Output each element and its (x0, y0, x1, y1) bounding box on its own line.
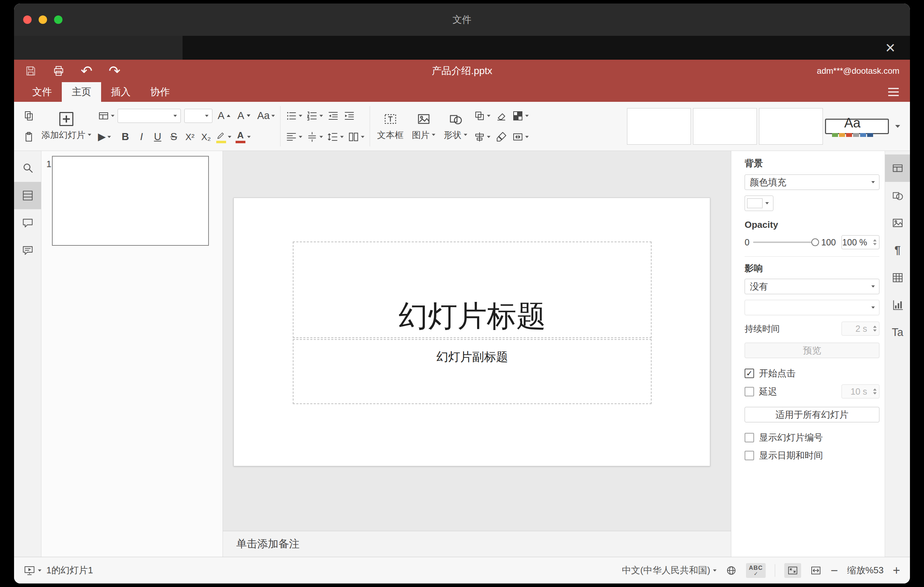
copy-icon[interactable] (21, 108, 36, 124)
macos-minimize-button[interactable] (39, 15, 47, 24)
theme-item[interactable] (759, 108, 823, 145)
insert-shape-button[interactable]: 形状 (439, 106, 472, 147)
insert-image-button[interactable]: 图片 (408, 106, 439, 147)
align-shapes-button[interactable] (472, 129, 492, 145)
superscript-button[interactable]: X² (182, 129, 198, 145)
paragraph-settings-button[interactable]: ¶ (885, 237, 910, 264)
search-panel-button[interactable] (14, 155, 41, 182)
close-icon[interactable]: × (885, 39, 895, 56)
textbox-label: 文本框 (377, 129, 403, 141)
slide[interactable]: 幻灯片标题 幻灯片副标题 (233, 198, 710, 466)
decrease-font-size-button[interactable]: A (236, 108, 252, 124)
arrange-shapes-button[interactable] (472, 108, 492, 124)
background-fill-select[interactable]: 颜色填充 (744, 175, 879, 190)
decrease-indent-button[interactable] (325, 108, 341, 124)
add-slide-button[interactable]: 添加幻灯片 (37, 106, 96, 147)
numbering-button[interactable] (305, 108, 325, 124)
opacity-slider[interactable] (753, 242, 818, 243)
shape-settings-button[interactable] (885, 182, 910, 209)
theme-item[interactable] (693, 108, 757, 145)
slide-settings-button[interactable] (885, 155, 910, 182)
highlight-color-button[interactable] (214, 129, 233, 145)
fit-to-slide-button[interactable] (784, 563, 801, 578)
stepper-arrows[interactable] (873, 239, 876, 246)
print-icon[interactable] (53, 65, 64, 77)
duration-spinner[interactable]: 2 s (842, 322, 879, 336)
macos-close-button[interactable] (23, 15, 31, 24)
tab-file[interactable]: 文件 (23, 82, 62, 102)
tab-home[interactable]: 主页 (62, 82, 101, 102)
underline-button[interactable]: U (150, 129, 165, 145)
image-settings-button[interactable] (885, 209, 910, 237)
title-placeholder[interactable]: 幻灯片标题 (293, 242, 652, 338)
start-slideshow-button[interactable]: ▶ (96, 129, 113, 145)
macos-zoom-button[interactable] (54, 15, 63, 24)
tab-collaboration[interactable]: 协作 (140, 82, 180, 102)
theme-item-selected[interactable]: Aa (825, 119, 889, 134)
font-name-select[interactable] (117, 109, 181, 123)
start-slideshow-statusbar-button[interactable] (24, 565, 41, 576)
chat-panel-button[interactable] (14, 237, 41, 264)
horizontal-align-button[interactable] (284, 129, 304, 145)
clipboard-group (21, 107, 36, 146)
transition-effect-select[interactable]: 没有 (744, 279, 879, 294)
chart-settings-button[interactable] (885, 292, 910, 319)
comments-panel-button[interactable] (14, 209, 41, 237)
preview-button[interactable]: 预览 (744, 343, 879, 358)
vertical-align-button[interactable] (305, 129, 325, 145)
slide-layout-button[interactable] (96, 108, 116, 124)
show-date-time-row: 显示日期和时间 (744, 449, 879, 462)
color-scheme-button[interactable] (510, 108, 530, 124)
bold-button[interactable]: B (117, 129, 133, 145)
theme-gallery-expand-icon[interactable] (895, 125, 900, 128)
delay-checkbox[interactable] (744, 387, 754, 396)
fit-to-width-button[interactable] (810, 565, 822, 576)
textart-settings-button[interactable]: Ta (885, 319, 910, 346)
notes-area[interactable]: 单击添加备注 (223, 531, 731, 557)
font-size-select[interactable] (184, 109, 213, 123)
bullets-button[interactable] (284, 108, 304, 124)
columns-button[interactable] (346, 129, 366, 145)
show-date-time-checkbox[interactable] (744, 451, 754, 460)
increase-font-size-button[interactable]: A (216, 108, 232, 124)
language-selector[interactable]: 中文(中华人民共和国) (622, 564, 716, 577)
subscript-button[interactable]: X₂ (198, 129, 214, 145)
subtitle-placeholder[interactable]: 幻灯片副标题 (293, 339, 652, 404)
transition-variant-select[interactable] (744, 300, 879, 315)
line-spacing-button[interactable] (325, 129, 345, 145)
redo-icon[interactable]: ↷ (109, 64, 121, 78)
paste-icon[interactable] (21, 129, 36, 145)
change-case-button[interactable]: Aa (256, 108, 277, 124)
slider-handle[interactable] (811, 238, 819, 246)
slide-size-button[interactable] (510, 129, 530, 145)
theme-item[interactable] (627, 108, 691, 145)
copy-style-button[interactable] (493, 129, 509, 145)
delay-spinner[interactable]: 10 s (842, 384, 879, 399)
image-icon (417, 112, 431, 126)
increase-indent-button[interactable] (342, 108, 357, 124)
show-slide-number-checkbox[interactable] (744, 433, 754, 442)
clear-style-button[interactable] (493, 108, 509, 124)
thumbnail-number: 1 (46, 159, 51, 170)
zoom-out-button[interactable]: − (831, 564, 838, 577)
italic-button[interactable]: I (134, 129, 149, 145)
main-area: 1 幻灯片标题 幻灯片副标题 单击添加备注 背景 颜色填充 Opacity 0 (14, 151, 910, 557)
insert-textbox-button[interactable]: 文本框 (373, 106, 408, 147)
save-icon[interactable] (25, 65, 36, 77)
slides-panel-button[interactable] (14, 182, 41, 209)
opacity-spinner[interactable]: 100 % (842, 235, 879, 249)
user-account[interactable]: adm***@dootask.com (817, 66, 899, 76)
table-settings-button[interactable] (885, 264, 910, 292)
slide-thumbnail[interactable] (52, 156, 209, 246)
start-on-click-checkbox[interactable]: ✓ (744, 369, 754, 378)
hamburger-menu-icon[interactable] (888, 88, 899, 96)
apply-to-all-slides-button[interactable]: 适用于所有幻灯片 (744, 407, 879, 422)
zoom-in-button[interactable]: + (893, 564, 900, 577)
spellcheck-button[interactable]: ABC✓ (746, 563, 766, 578)
set-language-button[interactable] (726, 565, 737, 576)
strikethrough-button[interactable]: S (166, 129, 182, 145)
font-color-button[interactable]: A (234, 129, 252, 145)
undo-icon[interactable]: ↶ (81, 64, 93, 78)
tab-insert[interactable]: 插入 (101, 82, 140, 102)
fill-color-select[interactable] (744, 196, 774, 211)
